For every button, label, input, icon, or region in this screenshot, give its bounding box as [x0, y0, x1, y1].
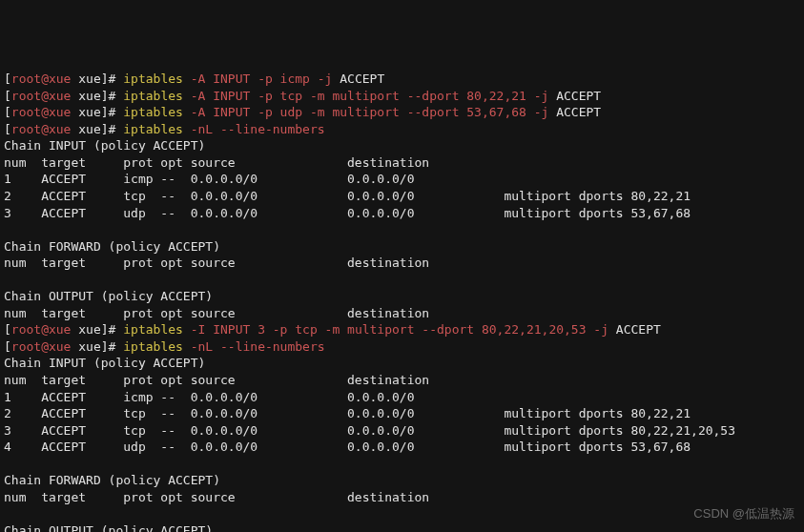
- cmd-prog: iptables: [123, 72, 183, 86]
- prompt-host: xue: [78, 322, 100, 337]
- cmd-tail: ACCEPT: [608, 322, 661, 337]
- table-header: num target prot opt source destination: [4, 155, 429, 170]
- watermark: CSDN @低温热源: [693, 505, 794, 522]
- chain-output-header: Chain OUTPUT (policy ACCEPT): [4, 523, 213, 532]
- prompt-user: root@xue: [11, 89, 72, 103]
- prompt-host: xue: [78, 339, 100, 354]
- cmd-args: -A INPUT -p icmp -j: [183, 72, 333, 86]
- prompt-user: root@xue: [11, 72, 72, 86]
- cmd-args: -A INPUT -p tcp -m multiport --dport 80,…: [183, 89, 549, 103]
- table-row: 2 ACCEPT tcp -- 0.0.0.0/0 0.0.0.0/0 mult…: [4, 406, 691, 420]
- terminal-output[interactable]: [root@xue xue]# iptables -A INPUT -p icm…: [4, 71, 800, 532]
- cmd-prog: iptables: [123, 105, 183, 119]
- cmd-tail: ACCEPT: [548, 89, 601, 103]
- table-header: num target prot opt source destination: [4, 490, 429, 504]
- cmd-args: -nL --line-numbers: [183, 339, 325, 354]
- prompt-host: xue: [78, 122, 100, 136]
- cmd-prog: iptables: [123, 122, 183, 136]
- cmd-args: -I INPUT 3 -p tcp -m multiport --dport 8…: [183, 322, 608, 337]
- table-header: num target prot opt source destination: [4, 306, 429, 320]
- table-header: num target prot opt source destination: [4, 256, 429, 270]
- prompt-host: xue: [78, 105, 100, 119]
- cmd-tail: ACCEPT: [332, 72, 384, 86]
- prompt-user: root@xue: [11, 105, 72, 119]
- prompt-user: root@xue: [11, 339, 72, 354]
- table-row: 4 ACCEPT udp -- 0.0.0.0/0 0.0.0.0/0 mult…: [4, 440, 691, 454]
- cmd-tail: ACCEPT: [548, 105, 601, 119]
- cmd-args: -A INPUT -p udp -m multiport --dport 53,…: [183, 105, 549, 119]
- prompt-user: root@xue: [11, 322, 72, 337]
- table-row: 1 ACCEPT icmp -- 0.0.0.0/0 0.0.0.0/0: [4, 172, 414, 186]
- chain-forward-header: Chain FORWARD (policy ACCEPT): [4, 239, 220, 254]
- chain-forward-header: Chain FORWARD (policy ACCEPT): [4, 473, 220, 487]
- table-row: 1 ACCEPT icmp -- 0.0.0.0/0 0.0.0.0/0: [4, 390, 414, 404]
- chain-output-header: Chain OUTPUT (policy ACCEPT): [4, 289, 213, 303]
- table-row: 2 ACCEPT tcp -- 0.0.0.0/0 0.0.0.0/0 mult…: [4, 189, 691, 203]
- chain-input-header: Chain INPUT (policy ACCEPT): [4, 356, 205, 370]
- table-row: 3 ACCEPT udp -- 0.0.0.0/0 0.0.0.0/0 mult…: [4, 206, 691, 220]
- prompt-user: root@xue: [11, 122, 72, 136]
- cmd-prog: iptables: [123, 339, 183, 354]
- prompt-host: xue: [78, 89, 100, 103]
- prompt-host: xue: [78, 72, 100, 86]
- cmd-prog: iptables: [123, 322, 183, 337]
- table-row: 3 ACCEPT tcp -- 0.0.0.0/0 0.0.0.0/0 mult…: [4, 423, 735, 438]
- table-header: num target prot opt source destination: [4, 373, 429, 387]
- cmd-args: -nL --line-numbers: [183, 122, 325, 136]
- chain-input-header: Chain INPUT (policy ACCEPT): [4, 138, 205, 153]
- cmd-prog: iptables: [123, 89, 183, 103]
